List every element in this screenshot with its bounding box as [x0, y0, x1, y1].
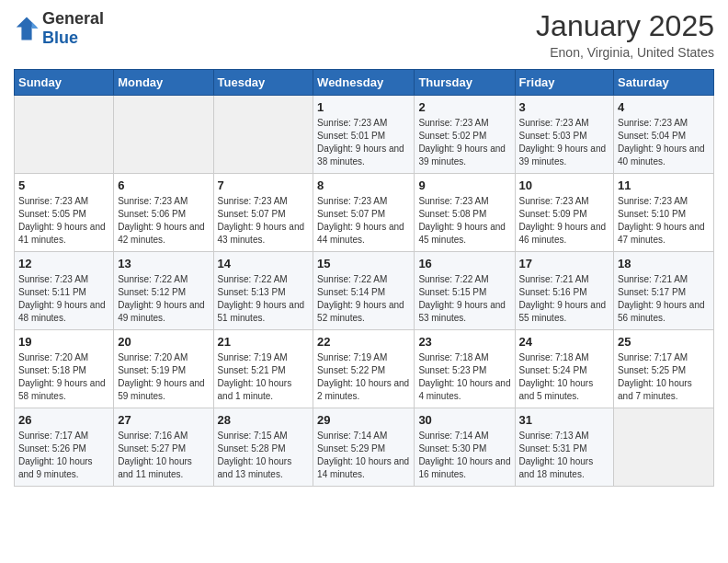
- calendar-cell: 6Sunrise: 7:23 AM Sunset: 5:06 PM Daylig…: [114, 174, 213, 252]
- calendar-cell: 17Sunrise: 7:21 AM Sunset: 5:16 PM Dayli…: [515, 252, 614, 330]
- day-info: Sunrise: 7:14 AM Sunset: 5:30 PM Dayligh…: [418, 430, 510, 481]
- week-row-2: 5Sunrise: 7:23 AM Sunset: 5:05 PM Daylig…: [15, 174, 714, 252]
- logo-blue-text: Blue: [42, 29, 104, 48]
- day-number: 31: [519, 413, 610, 427]
- day-number: 16: [418, 257, 510, 270]
- day-number: 18: [618, 257, 710, 270]
- calendar-cell: 18Sunrise: 7:21 AM Sunset: 5:17 PM Dayli…: [614, 252, 714, 330]
- day-info: Sunrise: 7:23 AM Sunset: 5:09 PM Dayligh…: [519, 195, 610, 247]
- calendar-cell: 24Sunrise: 7:18 AM Sunset: 5:24 PM Dayli…: [515, 330, 614, 408]
- calendar-cell: 15Sunrise: 7:22 AM Sunset: 5:14 PM Dayli…: [313, 252, 415, 330]
- main-container: General Blue January 2025 Enon, Virginia…: [0, 0, 728, 496]
- day-number: 27: [118, 413, 209, 427]
- day-number: 21: [218, 335, 310, 349]
- day-number: 17: [519, 257, 610, 270]
- calendar-cell: [15, 96, 114, 174]
- day-info: Sunrise: 7:19 AM Sunset: 5:22 PM Dayligh…: [317, 351, 410, 403]
- day-info: Sunrise: 7:20 AM Sunset: 5:18 PM Dayligh…: [18, 351, 109, 403]
- calendar-cell: 8Sunrise: 7:23 AM Sunset: 5:07 PM Daylig…: [313, 174, 415, 252]
- day-info: Sunrise: 7:13 AM Sunset: 5:31 PM Dayligh…: [519, 430, 610, 481]
- calendar-cell: 3Sunrise: 7:23 AM Sunset: 5:03 PM Daylig…: [515, 96, 614, 174]
- title-area: January 2025 Enon, Virginia, United Stat…: [536, 9, 714, 60]
- day-number: 6: [118, 178, 209, 192]
- calendar-cell: 26Sunrise: 7:17 AM Sunset: 5:26 PM Dayli…: [15, 408, 114, 487]
- calendar-cell: 9Sunrise: 7:23 AM Sunset: 5:08 PM Daylig…: [415, 174, 515, 252]
- day-info: Sunrise: 7:20 AM Sunset: 5:19 PM Dayligh…: [118, 351, 209, 403]
- calendar-cell: 20Sunrise: 7:20 AM Sunset: 5:19 PM Dayli…: [114, 330, 213, 408]
- day-info: Sunrise: 7:17 AM Sunset: 5:25 PM Dayligh…: [618, 351, 710, 403]
- week-row-4: 19Sunrise: 7:20 AM Sunset: 5:18 PM Dayli…: [15, 330, 714, 408]
- calendar-cell: 5Sunrise: 7:23 AM Sunset: 5:05 PM Daylig…: [15, 174, 114, 252]
- calendar-cell: 28Sunrise: 7:15 AM Sunset: 5:28 PM Dayli…: [213, 408, 313, 487]
- day-info: Sunrise: 7:23 AM Sunset: 5:04 PM Dayligh…: [618, 117, 710, 168]
- day-info: Sunrise: 7:23 AM Sunset: 5:07 PM Dayligh…: [218, 195, 310, 247]
- day-number: 1: [317, 100, 410, 114]
- day-number: 4: [618, 100, 710, 114]
- calendar-cell: 21Sunrise: 7:19 AM Sunset: 5:21 PM Dayli…: [213, 330, 313, 408]
- day-number: 9: [418, 178, 510, 192]
- col-thursday: Thursday: [415, 70, 515, 96]
- logo-icon: [14, 16, 40, 41]
- day-number: 28: [218, 413, 310, 427]
- week-row-3: 12Sunrise: 7:23 AM Sunset: 5:11 PM Dayli…: [15, 252, 714, 330]
- day-info: Sunrise: 7:23 AM Sunset: 5:10 PM Dayligh…: [618, 195, 710, 247]
- day-number: 30: [418, 413, 510, 427]
- col-tuesday: Tuesday: [213, 70, 313, 96]
- day-info: Sunrise: 7:21 AM Sunset: 5:16 PM Dayligh…: [519, 273, 610, 325]
- calendar-cell: 10Sunrise: 7:23 AM Sunset: 5:09 PM Dayli…: [515, 174, 614, 252]
- col-wednesday: Wednesday: [313, 70, 415, 96]
- day-number: 24: [519, 335, 610, 349]
- day-number: 2: [418, 100, 510, 114]
- calendar-cell: 12Sunrise: 7:23 AM Sunset: 5:11 PM Dayli…: [15, 252, 114, 330]
- day-info: Sunrise: 7:23 AM Sunset: 5:11 PM Dayligh…: [18, 273, 109, 325]
- calendar-cell: 13Sunrise: 7:22 AM Sunset: 5:12 PM Dayli…: [114, 252, 213, 330]
- calendar-cell: 4Sunrise: 7:23 AM Sunset: 5:04 PM Daylig…: [614, 96, 714, 174]
- calendar-cell: 11Sunrise: 7:23 AM Sunset: 5:10 PM Dayli…: [614, 174, 714, 252]
- calendar-cell: 31Sunrise: 7:13 AM Sunset: 5:31 PM Dayli…: [515, 408, 614, 487]
- month-title: January 2025: [536, 9, 714, 43]
- day-number: 12: [18, 257, 109, 270]
- day-number: 11: [618, 178, 710, 192]
- day-number: 3: [519, 100, 610, 114]
- day-number: 23: [418, 335, 510, 349]
- day-number: 14: [218, 257, 310, 270]
- day-info: Sunrise: 7:18 AM Sunset: 5:23 PM Dayligh…: [418, 351, 510, 403]
- day-info: Sunrise: 7:23 AM Sunset: 5:03 PM Dayligh…: [519, 117, 610, 168]
- day-info: Sunrise: 7:15 AM Sunset: 5:28 PM Dayligh…: [218, 430, 310, 481]
- day-info: Sunrise: 7:19 AM Sunset: 5:21 PM Dayligh…: [218, 351, 310, 403]
- logo-text: General Blue: [42, 9, 104, 48]
- calendar-cell: 23Sunrise: 7:18 AM Sunset: 5:23 PM Dayli…: [415, 330, 515, 408]
- day-number: 26: [18, 413, 109, 427]
- calendar-cell: 14Sunrise: 7:22 AM Sunset: 5:13 PM Dayli…: [213, 252, 313, 330]
- week-row-1: 1Sunrise: 7:23 AM Sunset: 5:01 PM Daylig…: [15, 96, 714, 174]
- day-info: Sunrise: 7:23 AM Sunset: 5:07 PM Dayligh…: [317, 195, 410, 247]
- day-info: Sunrise: 7:23 AM Sunset: 5:01 PM Dayligh…: [317, 117, 410, 168]
- calendar-body: 1Sunrise: 7:23 AM Sunset: 5:01 PM Daylig…: [15, 96, 714, 487]
- calendar-cell: 29Sunrise: 7:14 AM Sunset: 5:29 PM Dayli…: [313, 408, 415, 487]
- col-friday: Friday: [515, 70, 614, 96]
- logo: General Blue: [14, 9, 104, 48]
- calendar-cell: 27Sunrise: 7:16 AM Sunset: 5:27 PM Dayli…: [114, 408, 213, 487]
- calendar-cell: 30Sunrise: 7:14 AM Sunset: 5:30 PM Dayli…: [415, 408, 515, 487]
- day-info: Sunrise: 7:17 AM Sunset: 5:26 PM Dayligh…: [18, 430, 109, 481]
- day-number: 25: [618, 335, 710, 349]
- header: General Blue January 2025 Enon, Virginia…: [14, 9, 714, 60]
- svg-marker-1: [32, 22, 39, 29]
- day-number: 8: [317, 178, 410, 192]
- header-row: Sunday Monday Tuesday Wednesday Thursday…: [15, 70, 714, 96]
- day-number: 13: [118, 257, 209, 270]
- day-info: Sunrise: 7:14 AM Sunset: 5:29 PM Dayligh…: [317, 430, 410, 481]
- calendar-cell: [213, 96, 313, 174]
- day-info: Sunrise: 7:23 AM Sunset: 5:05 PM Dayligh…: [18, 195, 109, 247]
- day-info: Sunrise: 7:23 AM Sunset: 5:06 PM Dayligh…: [118, 195, 209, 247]
- col-saturday: Saturday: [614, 70, 714, 96]
- day-number: 7: [218, 178, 310, 192]
- week-row-5: 26Sunrise: 7:17 AM Sunset: 5:26 PM Dayli…: [15, 408, 714, 487]
- col-sunday: Sunday: [15, 70, 114, 96]
- calendar-cell: [614, 408, 714, 487]
- day-info: Sunrise: 7:21 AM Sunset: 5:17 PM Dayligh…: [618, 273, 710, 325]
- day-number: 10: [519, 178, 610, 192]
- day-info: Sunrise: 7:16 AM Sunset: 5:27 PM Dayligh…: [118, 430, 209, 481]
- day-info: Sunrise: 7:23 AM Sunset: 5:02 PM Dayligh…: [418, 117, 510, 168]
- day-info: Sunrise: 7:22 AM Sunset: 5:15 PM Dayligh…: [418, 273, 510, 325]
